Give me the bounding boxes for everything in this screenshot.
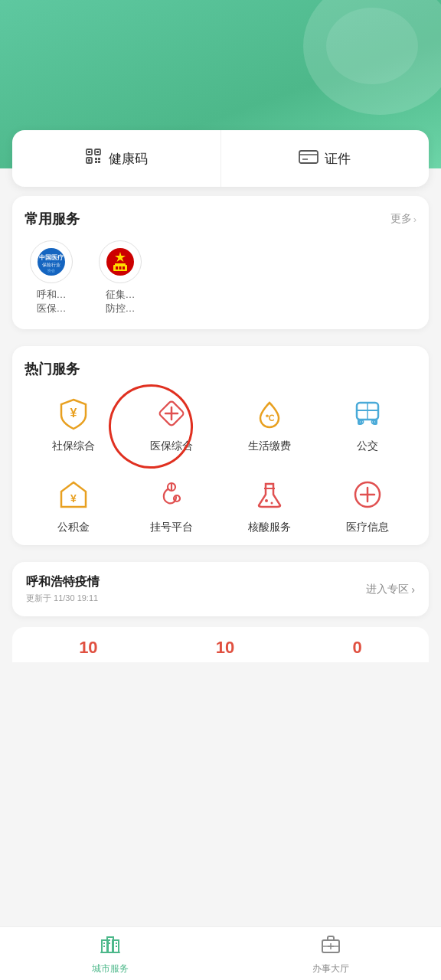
common-service-item-gov[interactable]: 征集… 防控…: [93, 240, 147, 315]
hot-label-hejian: 核酸服务: [248, 521, 291, 534]
shield-yuan-icon: ¥: [54, 394, 93, 433]
dns-logo: 中国医疗 保险行业 协会: [30, 240, 73, 283]
hot-label-shebao: 社保综合: [52, 439, 95, 453]
svg-text:¥: ¥: [70, 407, 77, 420]
spacer2: [0, 556, 441, 562]
svg-rect-52: [103, 946, 105, 947]
hot-label-yiliao: 医疗信息: [346, 521, 389, 534]
city-service-icon: [100, 933, 121, 959]
svg-rect-22: [119, 266, 122, 270]
epidemic-link[interactable]: 进入专区 ›: [366, 583, 415, 596]
bottom-navigation: 城市服务 办事大厅: [0, 926, 441, 980]
svg-rect-20: [115, 263, 126, 266]
svg-text:℃: ℃: [265, 413, 275, 423]
epidemic-update: 更新于 11/30 19:11: [26, 593, 100, 604]
chevron-right-icon: ›: [413, 214, 416, 225]
svg-rect-8: [95, 161, 97, 163]
stat-item-3: 0: [353, 638, 362, 658]
medical-cross-icon: [152, 394, 191, 433]
hot-services-grid: ¥ 社保综合 医保综合: [24, 390, 416, 537]
health-code-label: 健康码: [109, 150, 148, 168]
common-services-title: 常用服务: [24, 210, 80, 228]
stats-row: 10 10 0: [12, 627, 429, 662]
hot-item-shenghuo[interactable]: ℃ 生活缴费: [220, 390, 318, 456]
svg-text:¥: ¥: [70, 492, 77, 505]
epidemic-info: 呼和浩特疫情 更新于 11/30 19:11: [26, 574, 100, 604]
drop-icon: ℃: [250, 394, 289, 433]
hot-item-shebao[interactable]: ¥ 社保综合: [24, 390, 122, 456]
hot-services-header: 热门服务: [24, 360, 416, 378]
svg-rect-1: [88, 151, 90, 153]
health-code-button[interactable]: 健康码: [12, 130, 221, 187]
hot-item-yibao[interactable]: 医保综合: [122, 390, 220, 456]
hot-label-shenghuo: 生活缴费: [248, 439, 291, 453]
chevron-right-icon-2: ›: [411, 583, 415, 596]
hot-services-title: 热门服务: [24, 360, 80, 378]
bus-icon: [348, 394, 387, 433]
common-services-card: 常用服务 更多 › 中国医疗 保险行业 协会 呼和… 医保…: [12, 196, 429, 329]
svg-text:保险行业: 保险行业: [42, 263, 60, 267]
nav-affairs-hall-label: 办事大厅: [312, 962, 349, 975]
gov-logo: [99, 240, 142, 283]
svg-rect-10: [299, 151, 318, 163]
nav-city-service[interactable]: 城市服务: [0, 927, 220, 980]
common-service-item-medical[interactable]: 中国医疗 保险行业 协会 呼和… 医保…: [24, 240, 78, 315]
certificate-label: 证件: [325, 150, 351, 168]
bottom-spacer: [0, 662, 441, 724]
hot-item-gongchao[interactable]: 公交: [318, 390, 416, 456]
gap-spacer: [0, 340, 441, 346]
svg-rect-9: [98, 161, 100, 163]
common-service-text-1: 呼和… 医保…: [37, 288, 67, 315]
svg-rect-3: [96, 151, 99, 153]
common-services-more[interactable]: 更多 ›: [390, 212, 416, 226]
svg-rect-55: [109, 939, 110, 941]
common-services-list: 中国医疗 保险行业 协会 呼和… 医保…: [24, 240, 416, 315]
hot-label-yibao: 医保综合: [150, 439, 193, 453]
card-icon: [299, 149, 318, 168]
epidemic-title: 呼和浩特疫情: [26, 574, 100, 590]
svg-rect-21: [116, 266, 118, 270]
certificate-button[interactable]: 证件: [221, 130, 430, 187]
hot-label-gongjijin: 公积金: [57, 521, 90, 534]
svg-rect-51: [103, 942, 105, 944]
svg-text:协会: 协会: [47, 268, 55, 273]
svg-rect-53: [116, 942, 117, 944]
hot-label-guahao: 挂号平台: [150, 521, 193, 534]
medical-circle-icon: [348, 475, 387, 514]
common-services-header: 常用服务 更多 ›: [24, 210, 416, 228]
svg-text:中国医疗: 中国医疗: [39, 253, 64, 261]
stat-item-2: 10: [216, 638, 234, 658]
hot-item-gongjijin[interactable]: ¥ 公积金: [24, 472, 122, 537]
svg-point-39: [174, 495, 180, 501]
stat-value-2: 10: [216, 638, 234, 658]
svg-rect-6: [95, 158, 97, 160]
svg-rect-56: [109, 942, 110, 944]
flask-icon: [250, 475, 289, 514]
affairs-hall-icon: [320, 933, 341, 959]
house-yuan-icon: ¥: [54, 475, 93, 514]
quick-access-card: 健康码 证件: [12, 130, 429, 187]
svg-rect-54: [116, 946, 117, 947]
epidemic-card: 呼和浩特疫情 更新于 11/30 19:11 进入专区 ›: [12, 562, 429, 616]
hot-services-card: 热门服务 ¥ 社保综合: [12, 346, 429, 545]
svg-point-43: [271, 502, 273, 505]
hot-item-guahao[interactable]: 挂号平台: [122, 472, 220, 537]
hot-item-hejian[interactable]: 核酸服务: [220, 472, 318, 537]
svg-rect-7: [98, 158, 100, 160]
svg-rect-5: [88, 159, 90, 162]
stat-value-1: 10: [79, 638, 97, 658]
svg-rect-23: [122, 266, 125, 270]
stat-value-3: 0: [353, 638, 362, 658]
svg-point-42: [265, 499, 268, 502]
common-service-text-2: 征集… 防控…: [106, 288, 136, 315]
hot-item-yiliao[interactable]: 医疗信息: [318, 472, 416, 537]
nav-city-service-label: 城市服务: [92, 962, 129, 975]
stethoscope-icon: [152, 475, 191, 514]
nav-affairs-hall[interactable]: 办事大厅: [220, 927, 441, 980]
stat-item-1: 10: [79, 638, 97, 658]
hot-label-gongchao: 公交: [357, 439, 378, 453]
qr-icon: [84, 147, 103, 170]
